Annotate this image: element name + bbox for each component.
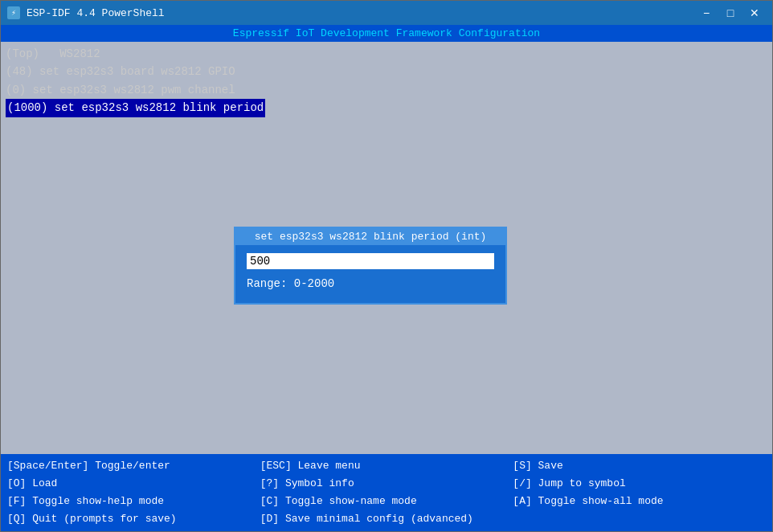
status-line-1-4[interactable]: [Q] Quit (prompts for save) (7, 510, 260, 528)
menu-item-pwm[interactable]: (0) set esp32s3 ws2812 pwm channel (6, 81, 767, 99)
status-line-2-3[interactable]: [C] Toggle show-name mode (260, 493, 513, 510)
dialog-input-row (247, 253, 494, 269)
dialog: set esp32s3 ws2812 blink period (int) Ra… (234, 227, 507, 305)
window: ⚡ ESP-IDF 4.4 PowerShell − □ ✕ Espressif… (0, 0, 773, 532)
menu-item-blink[interactable]: (1000) set esp32s3 ws2812 blink period (6, 99, 265, 117)
minimize-button[interactable]: − (695, 5, 718, 21)
title-bar: ⚡ ESP-IDF 4.4 PowerShell − □ ✕ (1, 1, 772, 25)
main-content: (Top) WS2812 (48) set esp32s3 board ws28… (1, 42, 772, 454)
status-col-3: [S] Save [/] Jump to symbol [A] Toggle s… (513, 457, 766, 528)
title-bar-left: ⚡ ESP-IDF 4.4 PowerShell (7, 6, 165, 19)
status-col-2: [ESC] Leave menu [?] Symbol info [C] Tog… (260, 457, 513, 528)
status-col-1: [Space/Enter] Toggle/enter [O] Load [F] … (7, 457, 260, 528)
dialog-input[interactable] (247, 253, 494, 269)
esp-header: Espressif IoT Development Framework Conf… (1, 25, 772, 42)
dialog-range: Range: 0-2000 (247, 277, 494, 290)
status-bar: [Space/Enter] Toggle/enter [O] Load [F] … (1, 454, 772, 531)
status-line-3-3[interactable]: [A] Toggle show-all mode (513, 493, 766, 510)
window-controls: − □ ✕ (695, 5, 766, 21)
menu-item-top[interactable]: (Top) WS2812 (6, 45, 767, 63)
status-line-2-4[interactable]: [D] Save minimal config (advanced) (260, 510, 513, 528)
status-line-2-1[interactable]: [ESC] Leave menu (260, 457, 513, 475)
status-line-1-1[interactable]: [Space/Enter] Toggle/enter (7, 457, 260, 475)
status-line-1-2[interactable]: [O] Load (7, 475, 260, 493)
status-line-3-2[interactable]: [/] Jump to symbol (513, 475, 766, 493)
status-row: [Space/Enter] Toggle/enter [O] Load [F] … (7, 457, 766, 528)
status-line-3-1[interactable]: [S] Save (513, 457, 766, 475)
window-title: ESP-IDF 4.4 PowerShell (27, 7, 165, 19)
app-icon: ⚡ (7, 6, 20, 19)
status-line-1-3[interactable]: [F] Toggle show-help mode (7, 493, 260, 510)
menu-items: (Top) WS2812 (48) set esp32s3 board ws28… (1, 42, 772, 121)
close-button[interactable]: ✕ (743, 5, 766, 21)
maximize-button[interactable]: □ (719, 5, 742, 21)
esp-header-text: Espressif IoT Development Framework Conf… (233, 27, 540, 39)
status-line-2-2[interactable]: [?] Symbol info (260, 475, 513, 493)
menu-item-gpio[interactable]: (48) set esp32s3 board ws2812 GPIO (6, 63, 767, 80)
dialog-title: set esp32s3 ws2812 blink period (int) (235, 228, 505, 245)
